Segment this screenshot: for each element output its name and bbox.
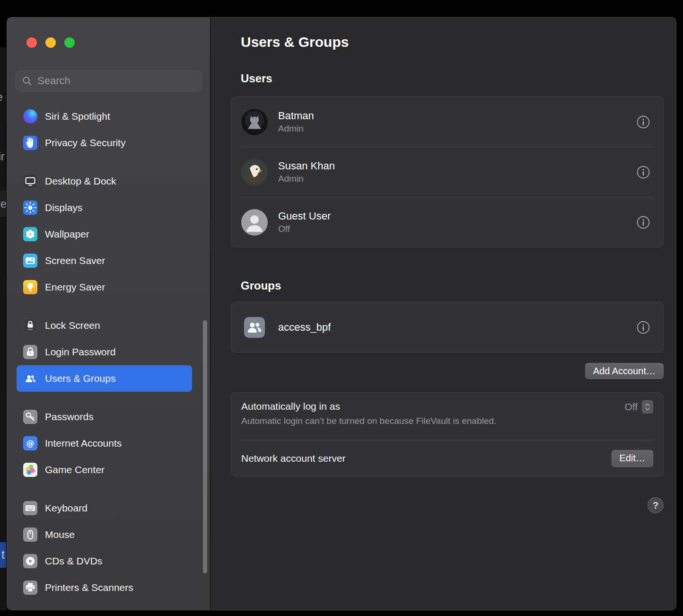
background-text-fragment: ir	[0, 150, 5, 163]
sidebar-item-label: Internet Accounts	[45, 438, 122, 449]
sidebar-item-desktop-dock[interactable]: Desktop & Dock	[17, 168, 192, 194]
close-button[interactable]	[26, 37, 37, 48]
sidebar-item-label: Passwords	[45, 411, 94, 422]
help-button[interactable]: ?	[648, 497, 664, 513]
minimize-button[interactable]	[45, 37, 56, 48]
sun-icon	[23, 201, 37, 215]
auto-login-row: Automatically log in as Automatic login …	[231, 393, 663, 440]
groups-card: access_bpf	[231, 302, 664, 352]
sidebar-item-displays[interactable]: Displays	[17, 194, 192, 221]
user-row-batman[interactable]: Batman Admin	[231, 97, 663, 147]
sidebar-item-label: Keyboard	[45, 502, 88, 514]
sidebar-item-label: Displays	[45, 202, 82, 213]
keyboard-icon	[23, 501, 37, 515]
edit-button[interactable]: Edit…	[612, 450, 653, 467]
add-account-button[interactable]: Add Account…	[585, 363, 664, 379]
background-window-edge: e ir e t	[0, 47, 7, 610]
sidebar-item-cds-dvds[interactable]: CDs & DVDs	[17, 548, 192, 574]
sidebar-item-label: Login Password	[45, 346, 115, 358]
search-icon	[22, 76, 32, 86]
sidebar-list: Siri & Spotlight Privacy & Security Desk…	[7, 91, 210, 601]
user-name: Batman	[278, 110, 626, 122]
bulb-icon	[23, 280, 37, 294]
page-title: Users & Groups	[241, 34, 664, 51]
sidebar-item-mouse[interactable]: Mouse	[17, 521, 192, 548]
sidebar-item-privacy-security[interactable]: Privacy & Security	[17, 130, 192, 156]
sidebar-item-label: Desktop & Dock	[45, 176, 116, 187]
sidebar-item-users-groups[interactable]: Users & Groups	[17, 365, 192, 392]
sidebar-item-label: Printers & Scanners	[45, 582, 133, 593]
user-text: Susan Khan Admin	[278, 160, 626, 184]
lock-screen-icon	[23, 318, 37, 333]
printer-icon	[23, 581, 37, 595]
info-icon[interactable]	[637, 321, 650, 334]
user-text: Batman Admin	[278, 110, 626, 134]
lock-icon	[23, 345, 37, 359]
sidebar-item-label: Mouse	[45, 529, 75, 540]
users-groups-icon	[23, 371, 37, 386]
desktop-dock-icon	[23, 174, 37, 188]
sidebar-item-label: Siri & Spotlight	[45, 111, 110, 122]
auto-login-control: Off	[624, 400, 653, 414]
info-icon[interactable]	[637, 216, 650, 229]
info-icon[interactable]	[637, 166, 650, 179]
background-text-fragment: t	[1, 548, 5, 562]
user-text: Guest User Off	[278, 210, 626, 234]
sidebar-item-label: Wallpaper	[45, 229, 89, 240]
sidebar-item-label: CDs & DVDs	[45, 555, 102, 567]
sidebar-item-wallpaper[interactable]: Wallpaper	[17, 221, 192, 247]
screen-saver-icon	[23, 254, 37, 268]
avatar-susan-khan	[241, 159, 268, 185]
mouse-icon	[23, 528, 37, 542]
sidebar-item-screen-saver[interactable]: Screen Saver	[17, 247, 192, 274]
sidebar-item-label: Energy Saver	[45, 282, 105, 293]
groups-section-header: Groups	[241, 279, 664, 292]
key-icon	[23, 410, 37, 424]
sidebar-item-siri-spotlight[interactable]: Siri & Spotlight	[17, 103, 192, 130]
network-account-server-row: Network account server Edit…	[231, 440, 663, 476]
avatar-batman	[241, 109, 268, 135]
sidebar-scrollbar[interactable]	[203, 320, 207, 573]
user-status: Admin	[278, 123, 626, 134]
group-row-access-bpf[interactable]: access_bpf	[231, 302, 663, 352]
disc-icon	[23, 554, 37, 568]
group-name: access_bpf	[278, 321, 626, 334]
user-status: Admin	[278, 174, 626, 184]
user-name: Susan Khan	[278, 160, 626, 172]
sidebar-item-keyboard[interactable]: Keyboard	[17, 495, 192, 521]
sidebar-item-printers-scanners[interactable]: Printers & Scanners	[17, 574, 192, 601]
info-icon[interactable]	[637, 115, 650, 129]
help-row: ?	[231, 497, 664, 513]
login-options-card: Automatically log in as Automatic login …	[231, 392, 664, 476]
background-text-fragment: e	[0, 91, 3, 104]
sidebar-item-label: Privacy & Security	[45, 137, 125, 149]
svg-text:@: @	[26, 439, 35, 448]
user-row-guest[interactable]: Guest User Off	[231, 197, 663, 247]
search-input[interactable]	[36, 74, 195, 88]
sidebar-item-game-center[interactable]: Game Center	[17, 457, 192, 483]
group-text: access_bpf	[278, 321, 626, 334]
sidebar-item-internet-accounts[interactable]: @ Internet Accounts	[17, 430, 192, 457]
sidebar-item-label: Screen Saver	[45, 255, 105, 266]
auto-login-label: Automatically log in as	[241, 400, 496, 412]
zoom-button[interactable]	[64, 37, 75, 48]
user-row-susan-khan[interactable]: Susan Khan Admin	[231, 147, 663, 197]
game-center-icon	[23, 463, 37, 477]
flower-icon	[23, 227, 37, 241]
hand-icon	[23, 136, 37, 150]
sidebar-item-passwords[interactable]: Passwords	[17, 404, 192, 430]
siri-icon	[23, 109, 37, 123]
sidebar: Siri & Spotlight Privacy & Security Desk…	[7, 18, 210, 610]
users-section-header: Users	[241, 71, 664, 85]
auto-login-stepper[interactable]	[642, 400, 653, 414]
auto-login-value: Off	[624, 401, 638, 413]
window-controls	[7, 18, 210, 48]
user-name: Guest User	[278, 210, 626, 222]
search-field[interactable]	[16, 70, 201, 91]
sidebar-item-energy-saver[interactable]: Energy Saver	[17, 274, 192, 300]
sidebar-item-lock-screen[interactable]: Lock Screen	[17, 312, 192, 339]
auto-login-note: Automatic login can’t be turned on becau…	[241, 415, 496, 427]
group-icon	[241, 314, 268, 341]
sidebar-item-login-password[interactable]: Login Password	[17, 339, 192, 365]
sidebar-item-label: Game Center	[45, 464, 105, 475]
